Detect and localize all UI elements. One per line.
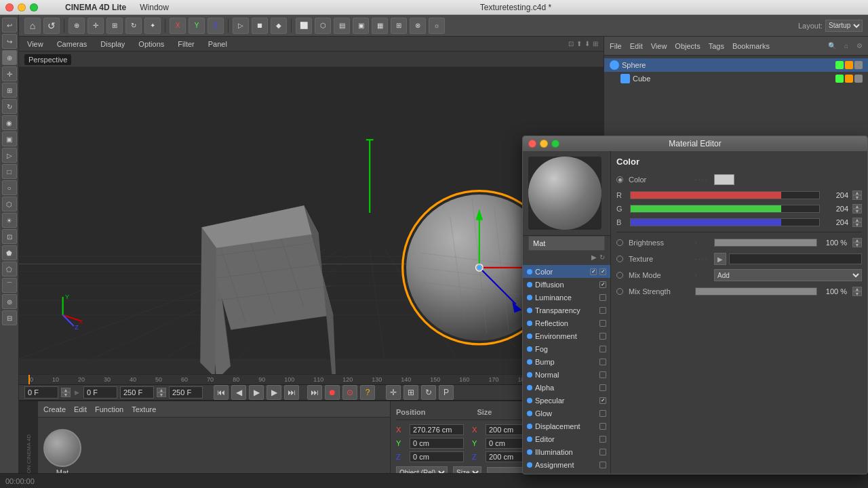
loop-btn[interactable]: ⏭ xyxy=(307,385,322,400)
endframe-up[interactable]: ▲ xyxy=(157,388,166,392)
om-view-btn[interactable]: View xyxy=(651,42,667,50)
end-frame-input[interactable] xyxy=(120,386,154,399)
mat-create-btn[interactable]: Create xyxy=(43,405,66,413)
vp-filter-btn[interactable]: Filter xyxy=(175,40,197,48)
texture-pick-btn[interactable]: ▶ xyxy=(714,253,726,265)
rotate-btn[interactable]: ↻ xyxy=(125,18,142,34)
scale-tool[interactable]: ⊞ xyxy=(2,83,17,98)
om-edit-btn[interactable]: Edit xyxy=(630,42,643,50)
transparency-ch-check[interactable] xyxy=(599,307,606,314)
r-slider[interactable] xyxy=(630,191,820,199)
texture-radio[interactable] xyxy=(616,256,623,262)
color-ch-check2[interactable]: ✓ xyxy=(599,268,606,275)
record-mode-btn[interactable]: P xyxy=(439,385,454,400)
start-frame-input[interactable] xyxy=(83,386,117,399)
om-bookmarks-btn[interactable]: Bookmarks xyxy=(732,42,770,50)
current-frame-input[interactable] xyxy=(24,386,58,399)
luminance-ch-check[interactable] xyxy=(599,294,606,301)
viewport-container[interactable]: View Cameras Display Options Filter Pane… xyxy=(19,37,604,374)
z-axis-btn[interactable]: Z xyxy=(208,18,224,34)
select-tool[interactable]: ⊕ xyxy=(2,50,17,65)
om-tags-btn[interactable]: Tags xyxy=(709,42,724,50)
channel-normal[interactable]: Normal xyxy=(523,368,610,381)
b-down[interactable]: ▼ xyxy=(852,222,862,227)
maximize-button[interactable] xyxy=(30,3,38,12)
vp-cameras-btn[interactable]: Cameras xyxy=(54,40,90,48)
x-pos-input[interactable] xyxy=(410,424,464,435)
goto-start-btn[interactable]: ⏮ xyxy=(214,385,229,400)
front-view-btn[interactable]: ▣ xyxy=(353,18,369,34)
object-row-sphere[interactable]: Sphere xyxy=(604,58,868,72)
record-key-btn[interactable]: ⏺ xyxy=(325,385,340,400)
channel-alpha[interactable]: Alpha xyxy=(523,381,610,394)
right-view-btn[interactable]: ▦ xyxy=(372,18,388,34)
spline-btn[interactable]: ⌒ xyxy=(2,278,17,293)
color-ch-check[interactable]: ✓ xyxy=(590,268,597,275)
glow-ch-check[interactable] xyxy=(599,410,606,417)
viewport-scene[interactable]: Perspective xyxy=(19,52,604,374)
vp-view-btn[interactable]: View xyxy=(24,40,46,48)
editor-ch-check[interactable] xyxy=(599,436,606,443)
channel-fog[interactable]: Fog xyxy=(523,342,610,355)
mat-function-btn[interactable]: Function xyxy=(95,405,123,413)
channel-environment[interactable]: Environment xyxy=(523,329,610,342)
color-radio[interactable] xyxy=(616,176,623,183)
brightness-slider[interactable] xyxy=(714,239,817,247)
g-up[interactable]: ▲ xyxy=(852,204,862,209)
select-live-btn[interactable]: ✛ xyxy=(87,18,104,34)
scale-icon-btn[interactable]: ⊞ xyxy=(403,385,418,400)
prev-frame-btn[interactable]: ◀ xyxy=(231,385,246,400)
undo-btn[interactable]: ↩ xyxy=(2,18,17,33)
modifier-btn[interactable]: ⬟ xyxy=(2,245,17,260)
object-row-cube[interactable]: Cube xyxy=(604,72,868,85)
illumination-ch-check[interactable] xyxy=(599,449,606,455)
vp-icon4[interactable]: ⊞ xyxy=(593,40,598,47)
channel-reflection[interactable]: Reflection xyxy=(523,317,610,329)
timeline-playhead[interactable] xyxy=(28,375,30,384)
om-home-icon[interactable]: ⌂ xyxy=(844,42,848,49)
scale-btn[interactable]: ⊞ xyxy=(106,18,123,34)
top-view-btn[interactable]: ▤ xyxy=(334,18,350,34)
nurbs-btn[interactable]: ⊚ xyxy=(2,294,17,309)
brightness-down[interactable]: ▼ xyxy=(852,243,862,247)
channel-specular[interactable]: Specular ✓ xyxy=(523,394,610,407)
menu-window[interactable]: Window xyxy=(140,3,169,12)
brightness-radio[interactable] xyxy=(616,239,623,246)
mat-maximize-btn[interactable] xyxy=(551,140,559,148)
channel-color[interactable]: Color ✓ ✓ xyxy=(523,265,610,278)
shape-cylinder[interactable]: ⬡ xyxy=(2,197,17,211)
redo-btn[interactable]: ↪ xyxy=(2,34,17,49)
vp-display-btn[interactable]: Display xyxy=(98,40,127,48)
orbit-btn[interactable]: ↺ xyxy=(43,18,60,34)
environment-ch-check[interactable] xyxy=(599,333,606,340)
snap-btn[interactable]: ⊗ xyxy=(410,18,426,34)
om-objects-btn[interactable]: Objects xyxy=(675,42,700,50)
mat-name-bar[interactable]: Mat xyxy=(528,236,605,251)
bump-ch-check[interactable] xyxy=(599,359,606,365)
render-btn[interactable]: ▷ xyxy=(2,148,17,163)
b-up[interactable]: ▲ xyxy=(852,218,862,222)
mat-arrow-btn[interactable]: ▶ xyxy=(591,253,597,261)
shape-cube[interactable]: □ xyxy=(2,164,17,179)
home-btn[interactable]: ⌂ xyxy=(24,18,41,34)
mat-refresh-btn[interactable]: ↻ xyxy=(599,253,605,261)
scene-btn[interactable]: ⊟ xyxy=(2,310,17,325)
channel-assignment[interactable]: Assignment xyxy=(523,458,610,471)
persp-btn[interactable]: ⬡ xyxy=(315,18,331,34)
diffusion-ch-check[interactable]: ✓ xyxy=(599,281,606,288)
close-button[interactable] xyxy=(5,3,14,12)
layout-select[interactable]: Startup xyxy=(825,20,863,32)
endframe-down[interactable]: ▼ xyxy=(157,392,166,397)
reflection-ch-check[interactable] xyxy=(599,320,606,327)
mat-texture-btn[interactable]: Texture xyxy=(132,405,156,413)
record-btn[interactable]: ⏹ xyxy=(252,18,268,34)
transform-btn[interactable]: ✦ xyxy=(144,18,161,34)
g-down[interactable]: ▼ xyxy=(852,209,862,214)
play-fwd-btn[interactable]: ▶ xyxy=(249,385,264,400)
channel-bump[interactable]: Bump xyxy=(523,355,610,368)
channel-displacement[interactable]: Displacement xyxy=(523,420,610,432)
frame-down[interactable]: ▼ xyxy=(61,392,71,397)
play-btn[interactable]: ▷ xyxy=(233,18,249,34)
frame-up[interactable]: ▲ xyxy=(61,388,71,392)
object-tool[interactable]: ◉ xyxy=(2,115,17,130)
